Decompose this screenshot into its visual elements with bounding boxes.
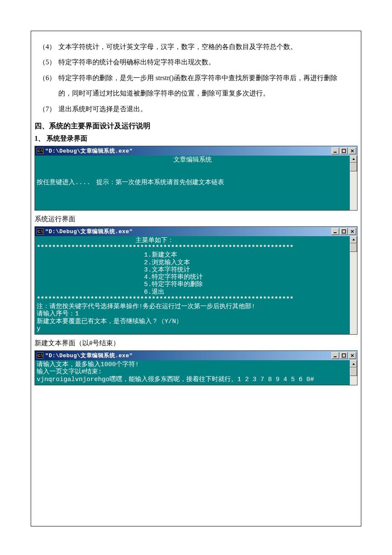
cmd-icon: C:\ — [37, 148, 43, 154]
window-buttons — [331, 352, 357, 359]
minimize-button[interactable] — [331, 228, 339, 235]
svg-rect-5 — [342, 354, 346, 357]
list-text: 退出系统时可选择是否退出。 — [58, 103, 357, 116]
list-number: （4） — [35, 40, 58, 53]
svg-rect-0 — [334, 152, 337, 153]
list-number: （5） — [35, 56, 58, 69]
hint-text: 提示：第一次使用本系统请首先创建文本链表 — [96, 179, 348, 186]
list-item-4: （4） 文本字符统计，可统计英文字母，汉字，数字，空格的各自数目及字符总个数。 — [35, 40, 357, 53]
console-title: 文章编辑系统 — [37, 156, 348, 164]
scroll-thumb[interactable] — [350, 163, 357, 171]
console-output: 请输入文本，最多输入1000个字符! 输入一页文字以#结束: vjnqroiga… — [35, 360, 350, 385]
svg-rect-4 — [334, 356, 337, 357]
user-text-input: vjnqroigalvnjorehgo嘿嘿，能输入很多东西呢，接着往下时就行。1… — [37, 376, 348, 383]
titlebar: C:\ "D:\Debug\文章编辑系统.exe" — [35, 146, 357, 156]
close-button[interactable] — [349, 228, 356, 235]
console-window-menu: C:\ "D:\Debug\文章编辑系统.exe" 主菜单如下： *******… — [35, 226, 357, 335]
menu-header: 主菜单如下： — [37, 237, 348, 244]
overwrite-prompt: 新建文本要覆盖已有文本，是否继续输入？（Y/N） — [37, 318, 348, 325]
scroll-up-button[interactable] — [350, 360, 357, 367]
divider-stars: ****************************************… — [37, 244, 348, 251]
window-buttons — [331, 228, 357, 235]
console-output: 文章编辑系统 按任意键进入.... 提示：第一次使用本系统请首先创建文本链表 — [35, 156, 350, 210]
scroll-track[interactable] — [350, 376, 357, 385]
svg-rect-2 — [334, 232, 337, 233]
list-text: 文本字符统计，可统计英文字母，汉字，数字，空格的各自数目及字符总个数。 — [58, 40, 357, 53]
maximize-button[interactable] — [340, 147, 348, 154]
maximize-button[interactable] — [340, 228, 348, 235]
divider-stars: ****************************************… — [37, 296, 348, 303]
section-4-heading: 四、系统的主要界面设计及运行说明 — [35, 121, 357, 131]
menu-item-3: 3.文本字符统计 — [144, 266, 348, 274]
vertical-scrollbar[interactable] — [350, 156, 357, 210]
list-item-5: （5） 特定字符串的统计会明确标出特定字符串出现次数。 — [35, 56, 357, 69]
scroll-up-button[interactable] — [350, 156, 357, 163]
console-output: 主菜单如下： *********************************… — [35, 236, 350, 334]
window-buttons — [331, 147, 357, 154]
input-hint-2: 输入一页文字以#结束: — [37, 368, 348, 376]
scroll-track[interactable] — [350, 171, 357, 210]
minimize-button[interactable] — [331, 352, 339, 359]
svg-rect-1 — [342, 149, 346, 153]
window-title: "D:\Debug\文章编辑系统.exe" — [45, 228, 331, 235]
console-window-login: C:\ "D:\Debug\文章编辑系统.exe" 文章编辑系统 按任意键进入.… — [35, 146, 357, 211]
subsection-1-heading: 1、 系统登录界面 — [35, 134, 357, 143]
cmd-icon: C:\ — [37, 228, 43, 234]
document-page: （4） 文本字符统计，可统计英文字母，汉字，数字，空格的各自数目及字符总个数。 … — [31, 31, 361, 526]
scroll-thumb[interactable] — [350, 243, 357, 252]
list-number: （6） — [35, 72, 58, 84]
window-title: "D:\Debug\文章编辑系统.exe" — [45, 147, 331, 155]
list-text: 特定字符串的删除，是先一步用 strstr()函数在原字符串中查找所要删除字符串… — [58, 72, 357, 84]
scroll-track[interactable] — [350, 252, 357, 334]
list-item-6-continuation: 的，同时可通过对比知道被删除字符串的位置，删除可重复多次进行。 — [35, 87, 357, 100]
subsection-newtext-heading: 新建文本界面（以#号结束） — [35, 339, 357, 348]
vertical-scrollbar[interactable] — [350, 236, 357, 334]
vertical-scrollbar[interactable] — [350, 360, 357, 385]
maximize-button[interactable] — [340, 352, 348, 359]
menu-item-4: 4.特定字符串的统计 — [144, 274, 348, 281]
svg-rect-3 — [342, 230, 346, 233]
menu-item-6: 6.退出 — [144, 289, 348, 296]
menu-item-1: 1.新建文本 — [144, 251, 348, 259]
list-text: 特定字符串的统计会明确标出特定字符串出现次数。 — [58, 56, 357, 69]
titlebar: C:\ "D:\Debug\文章编辑系统.exe" — [35, 227, 357, 236]
menu-note: 注：请您按关键字代号选择菜单操作!务必在运行过一次第一步后执行其他部! — [37, 303, 348, 310]
close-button[interactable] — [349, 147, 356, 154]
menu-item-2: 2.浏览输入文本 — [144, 259, 348, 266]
console-window-newtext: C:\ "D:\Debug\文章编辑系统.exe" 请输入文本，最多输入1000… — [35, 350, 357, 385]
close-button[interactable] — [349, 352, 356, 359]
minimize-button[interactable] — [331, 147, 339, 154]
titlebar: C:\ "D:\Debug\文章编辑系统.exe" — [35, 351, 357, 360]
window-title: "D:\Debug\文章编辑系统.exe" — [45, 352, 331, 359]
list-item-7: （7） 退出系统时可选择是否退出。 — [35, 103, 357, 116]
subsection-runtime-heading: 系统运行界面 — [35, 215, 357, 224]
menu-item-5: 5.特定字符串的删除 — [144, 281, 348, 288]
list-item-6: （6） 特定字符串的删除，是先一步用 strstr()函数在原字符串中查找所要删… — [35, 72, 357, 84]
cmd-icon: C:\ — [37, 353, 43, 358]
press-any-key: 按任意键进入.... — [37, 179, 96, 186]
scroll-up-button[interactable] — [350, 236, 357, 243]
scroll-thumb[interactable] — [350, 367, 357, 376]
list-number: （7） — [35, 103, 58, 116]
user-answer: y — [37, 325, 348, 332]
input-sequence: 请输入序号：1 — [37, 310, 348, 318]
input-hint-1: 请输入文本，最多输入1000个字符! — [37, 361, 348, 368]
